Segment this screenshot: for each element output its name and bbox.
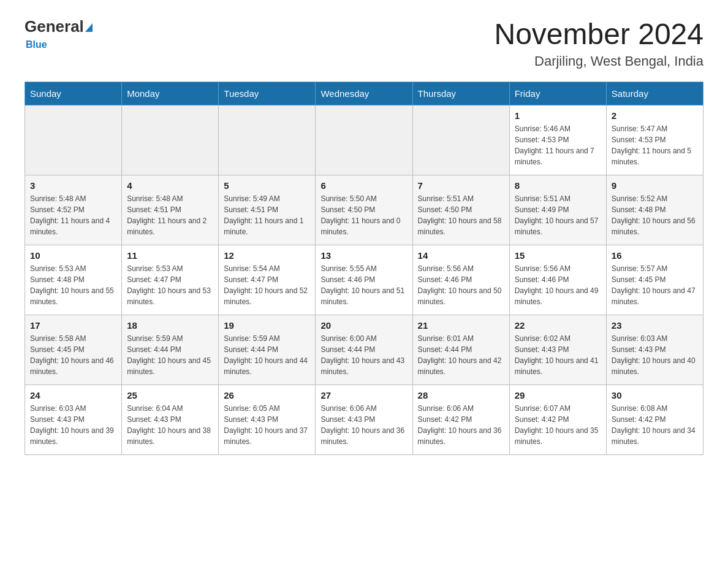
day-number: 3: [30, 180, 116, 191]
day-number: 16: [612, 250, 698, 261]
calendar-cell: 27Sunrise: 6:06 AM Sunset: 4:43 PM Dayli…: [316, 385, 412, 454]
calendar-cell: 26Sunrise: 6:05 AM Sunset: 4:43 PM Dayli…: [219, 385, 316, 454]
weekday-header-sunday: Sunday: [25, 82, 122, 105]
calendar-cell: 30Sunrise: 6:08 AM Sunset: 4:42 PM Dayli…: [606, 385, 703, 454]
day-info: Sunrise: 5:59 AM Sunset: 4:44 PM Dayligh…: [127, 333, 213, 377]
calendar-week-4: 17Sunrise: 5:58 AM Sunset: 4:45 PM Dayli…: [25, 315, 703, 385]
calendar-cell: 22Sunrise: 6:02 AM Sunset: 4:43 PM Dayli…: [509, 315, 606, 385]
calendar-cell: 23Sunrise: 6:03 AM Sunset: 4:43 PM Dayli…: [606, 315, 703, 385]
calendar-cell: 1Sunrise: 5:46 AM Sunset: 4:53 PM Daylig…: [509, 105, 606, 175]
location-subtitle: Darjiling, West Bengal, India: [494, 53, 703, 69]
weekday-row: SundayMondayTuesdayWednesdayThursdayFrid…: [25, 82, 703, 105]
day-info: Sunrise: 6:03 AM Sunset: 4:43 PM Dayligh…: [612, 333, 698, 377]
day-info: Sunrise: 6:06 AM Sunset: 4:42 PM Dayligh…: [418, 403, 504, 447]
day-info: Sunrise: 5:48 AM Sunset: 4:52 PM Dayligh…: [30, 193, 116, 237]
calendar-cell: 9Sunrise: 5:52 AM Sunset: 4:48 PM Daylig…: [606, 175, 703, 245]
calendar-cell: 21Sunrise: 6:01 AM Sunset: 4:44 PM Dayli…: [412, 315, 509, 385]
day-info: Sunrise: 5:51 AM Sunset: 4:50 PM Dayligh…: [418, 193, 504, 237]
calendar-body: 1Sunrise: 5:46 AM Sunset: 4:53 PM Daylig…: [25, 105, 703, 454]
day-number: 5: [224, 180, 310, 191]
calendar-cell: [122, 105, 219, 175]
day-number: 27: [320, 390, 407, 400]
weekday-header-friday: Friday: [509, 82, 606, 105]
calendar-cell: 16Sunrise: 5:57 AM Sunset: 4:45 PM Dayli…: [606, 245, 703, 315]
day-number: 26: [224, 390, 310, 400]
day-number: 13: [320, 250, 407, 261]
calendar-cell: 13Sunrise: 5:55 AM Sunset: 4:46 PM Dayli…: [316, 245, 412, 315]
calendar-cell: 7Sunrise: 5:51 AM Sunset: 4:50 PM Daylig…: [412, 175, 509, 245]
day-info: Sunrise: 6:03 AM Sunset: 4:43 PM Dayligh…: [30, 403, 116, 447]
calendar-week-3: 10Sunrise: 5:53 AM Sunset: 4:48 PM Dayli…: [25, 245, 703, 315]
day-number: 7: [418, 180, 504, 191]
day-info: Sunrise: 5:51 AM Sunset: 4:49 PM Dayligh…: [515, 193, 601, 237]
day-number: 11: [127, 250, 213, 261]
day-info: Sunrise: 6:01 AM Sunset: 4:44 PM Dayligh…: [418, 333, 504, 377]
calendar-cell: 3Sunrise: 5:48 AM Sunset: 4:52 PM Daylig…: [25, 175, 122, 245]
day-info: Sunrise: 5:46 AM Sunset: 4:53 PM Dayligh…: [515, 123, 601, 167]
calendar-cell: 28Sunrise: 6:06 AM Sunset: 4:42 PM Dayli…: [412, 385, 509, 454]
day-info: Sunrise: 5:53 AM Sunset: 4:47 PM Dayligh…: [127, 263, 213, 307]
calendar-week-5: 24Sunrise: 6:03 AM Sunset: 4:43 PM Dayli…: [25, 385, 703, 454]
calendar-cell: 24Sunrise: 6:03 AM Sunset: 4:43 PM Dayli…: [25, 385, 122, 454]
calendar-cell: 10Sunrise: 5:53 AM Sunset: 4:48 PM Dayli…: [25, 245, 122, 315]
day-info: Sunrise: 5:48 AM Sunset: 4:51 PM Dayligh…: [127, 193, 213, 237]
day-number: 1: [515, 110, 601, 121]
day-number: 12: [224, 250, 310, 261]
day-number: 20: [320, 320, 407, 331]
calendar-cell: 11Sunrise: 5:53 AM Sunset: 4:47 PM Dayli…: [122, 245, 219, 315]
calendar-cell: 18Sunrise: 5:59 AM Sunset: 4:44 PM Dayli…: [122, 315, 219, 385]
logo-blue: Blue: [26, 39, 47, 50]
day-info: Sunrise: 6:05 AM Sunset: 4:43 PM Dayligh…: [224, 403, 310, 447]
day-number: 24: [30, 390, 116, 400]
calendar-cell: 12Sunrise: 5:54 AM Sunset: 4:47 PM Dayli…: [219, 245, 316, 315]
day-info: Sunrise: 6:08 AM Sunset: 4:42 PM Dayligh…: [612, 403, 698, 447]
calendar-cell: 17Sunrise: 5:58 AM Sunset: 4:45 PM Dayli…: [25, 315, 122, 385]
day-info: Sunrise: 5:56 AM Sunset: 4:46 PM Dayligh…: [515, 263, 601, 307]
day-number: 22: [515, 320, 601, 331]
calendar-cell: 6Sunrise: 5:50 AM Sunset: 4:50 PM Daylig…: [316, 175, 412, 245]
calendar-cell: 25Sunrise: 6:04 AM Sunset: 4:43 PM Dayli…: [122, 385, 219, 454]
day-info: Sunrise: 6:04 AM Sunset: 4:43 PM Dayligh…: [127, 403, 213, 447]
logo-triangle-icon: [85, 23, 93, 32]
day-number: 4: [127, 180, 213, 191]
calendar-week-2: 3Sunrise: 5:48 AM Sunset: 4:52 PM Daylig…: [25, 175, 703, 245]
calendar-cell: [412, 105, 509, 175]
day-number: 17: [30, 320, 116, 331]
calendar-cell: 8Sunrise: 5:51 AM Sunset: 4:49 PM Daylig…: [509, 175, 606, 245]
day-info: Sunrise: 6:07 AM Sunset: 4:42 PM Dayligh…: [515, 403, 601, 447]
day-number: 18: [127, 320, 213, 331]
calendar-cell: 4Sunrise: 5:48 AM Sunset: 4:51 PM Daylig…: [122, 175, 219, 245]
day-info: Sunrise: 5:54 AM Sunset: 4:47 PM Dayligh…: [224, 263, 310, 307]
day-info: Sunrise: 5:59 AM Sunset: 4:44 PM Dayligh…: [224, 333, 310, 377]
day-info: Sunrise: 5:57 AM Sunset: 4:45 PM Dayligh…: [612, 263, 698, 307]
logo-text: General Blue: [25, 18, 93, 50]
calendar-cell: 19Sunrise: 5:59 AM Sunset: 4:44 PM Dayli…: [219, 315, 316, 385]
day-info: Sunrise: 5:47 AM Sunset: 4:53 PM Dayligh…: [612, 123, 698, 167]
day-info: Sunrise: 5:55 AM Sunset: 4:46 PM Dayligh…: [320, 263, 407, 307]
day-info: Sunrise: 5:49 AM Sunset: 4:51 PM Dayligh…: [224, 193, 310, 237]
weekday-header-tuesday: Tuesday: [219, 82, 316, 105]
day-info: Sunrise: 5:56 AM Sunset: 4:46 PM Dayligh…: [418, 263, 504, 307]
month-year-title: November 2024: [494, 18, 703, 51]
day-info: Sunrise: 6:06 AM Sunset: 4:43 PM Dayligh…: [320, 403, 407, 447]
day-number: 28: [418, 390, 504, 400]
page-header: General Blue November 2024 Darjiling, We…: [25, 18, 703, 69]
day-number: 10: [30, 250, 116, 261]
weekday-header-thursday: Thursday: [412, 82, 509, 105]
day-info: Sunrise: 5:58 AM Sunset: 4:45 PM Dayligh…: [30, 333, 116, 377]
calendar-cell: [219, 105, 316, 175]
day-number: 30: [612, 390, 698, 400]
day-number: 15: [515, 250, 601, 261]
day-info: Sunrise: 6:00 AM Sunset: 4:44 PM Dayligh…: [320, 333, 407, 377]
calendar-table: SundayMondayTuesdayWednesdayThursdayFrid…: [25, 82, 703, 455]
weekday-header-saturday: Saturday: [606, 82, 703, 105]
calendar-cell: 5Sunrise: 5:49 AM Sunset: 4:51 PM Daylig…: [219, 175, 316, 245]
day-number: 29: [515, 390, 601, 400]
day-info: Sunrise: 5:52 AM Sunset: 4:48 PM Dayligh…: [612, 193, 698, 237]
day-number: 19: [224, 320, 310, 331]
day-number: 9: [612, 180, 698, 191]
calendar-cell: 14Sunrise: 5:56 AM Sunset: 4:46 PM Dayli…: [412, 245, 509, 315]
weekday-header-wednesday: Wednesday: [316, 82, 412, 105]
day-info: Sunrise: 6:02 AM Sunset: 4:43 PM Dayligh…: [515, 333, 601, 377]
day-number: 2: [612, 110, 698, 121]
